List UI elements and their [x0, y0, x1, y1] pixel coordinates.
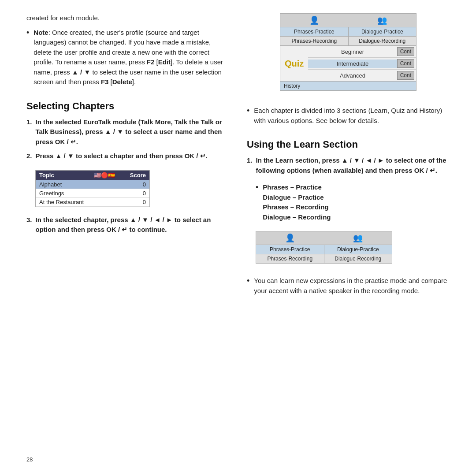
row-topic: At the Restaurant	[36, 198, 91, 206]
learn-options-bullet: • Phrases – Practice Dialogue – Practice…	[256, 182, 450, 222]
phrases-widget: 👤 👥 Phrases-Practice Dialogue-Practice P…	[256, 231, 392, 264]
right-column: 👤 👥 Phrases-Practice Dialogue-Practice P…	[247, 13, 450, 463]
dialogue-recording-label: Dialogue – Recording	[263, 213, 331, 221]
table-row: Alphabet 0	[36, 180, 149, 189]
advanced-row: Advanced Cont	[308, 70, 416, 81]
row-score: 0	[119, 180, 150, 189]
phrases-practice-label: Phrases – Practice	[263, 183, 321, 191]
learn-step-1-item: 1. In the Learn section, press ▲ / ▼ / ◄…	[247, 156, 450, 175]
phrases-recording-label: Phrases – Recording	[263, 203, 328, 211]
note-text: Note: Once created, the user's profile (…	[33, 28, 229, 87]
step-1-number: 1.	[26, 117, 32, 147]
step-1-item: 1. In the selected EuroTalk module (Talk…	[26, 117, 229, 147]
beginner-row: Beginner Cont	[308, 46, 416, 58]
phrases-practice-tab[interactable]: Phrases-Practice	[280, 27, 349, 36]
col-topic: Topic	[36, 171, 91, 180]
step-3-number: 3.	[26, 215, 32, 235]
row-flag	[91, 189, 119, 197]
phrases-tab-recording[interactable]: Phrases-Recording	[256, 254, 324, 263]
table-row: At the Restaurant 0	[36, 198, 149, 207]
chapter-sections-text: Each chapter is divided into 3 sections …	[254, 106, 450, 126]
bullet-dot-1: •	[247, 106, 249, 126]
quiz-body: Quiz Beginner Cont Intermediate Cont	[280, 46, 416, 81]
intro-text: created for each module.	[26, 13, 229, 23]
chapter-sections-bullet: • Each chapter is divided into 3 section…	[247, 106, 450, 126]
phrases-tab-dialogue[interactable]: Dialogue-Practice	[324, 245, 392, 254]
using-learn-heading: Using the Learn Section	[247, 139, 450, 150]
single-user-icon: 👤	[309, 15, 319, 25]
learn-section-list: 1. In the Learn section, press ▲ / ▼ / ◄…	[247, 156, 450, 180]
table-header: Topic 🇺🇸🔴🇪🇸 Score	[36, 171, 149, 180]
selecting-chapters-heading: Selecting Chapters	[26, 100, 229, 112]
intermediate-label: Intermediate	[308, 60, 397, 68]
col-score: Score	[119, 171, 150, 180]
row-flag	[91, 180, 119, 189]
intermediate-row: Intermediate Cont	[308, 58, 416, 70]
quiz-widget: 👤 👥 Phrases-Practice Dialogue-Practice P…	[280, 13, 416, 91]
bullet-dot-2: •	[256, 182, 258, 222]
note-bullet: • Note: Once created, the user's profile…	[26, 28, 229, 87]
row-topic: Greetings	[36, 189, 91, 197]
selecting-chapters-list: 1. In the selected EuroTalk module (Talk…	[26, 117, 229, 166]
step-3-item: 3. In the selected chapter, press ▲ / ▼ …	[26, 215, 229, 235]
dialogue-practice-tab[interactable]: Dialogue-Practice	[349, 27, 416, 36]
page-number: 28	[26, 452, 229, 463]
phrases-single-user-icon: 👤	[285, 233, 295, 243]
advanced-cont-button[interactable]: Cont	[397, 71, 414, 80]
quiz-tab-row-2: Phrases-Recording Dialogue-Recording	[280, 37, 416, 46]
dialogue-recording-tab[interactable]: Dialogue-Recording	[349, 37, 416, 45]
phrases-tab-dialogue-rec[interactable]: Dialogue-Recording	[324, 254, 392, 263]
learn-step-1-number: 1.	[247, 156, 253, 175]
phrases-tab-row-2: Phrases-Recording Dialogue-Recording	[256, 254, 392, 263]
phrases-tab-row-1: Phrases-Practice Dialogue-Practice	[256, 245, 392, 254]
dialogue-practice-label: Dialogue – Practice	[263, 193, 324, 201]
advanced-label: Advanced	[308, 72, 397, 79]
beginner-label: Beginner	[308, 48, 397, 55]
row-score: 0	[119, 189, 150, 197]
multi-user-icon: 👥	[377, 15, 387, 25]
phrases-recording-tab[interactable]: Phrases-Recording	[280, 37, 349, 45]
phrases-top-bar: 👤 👥	[256, 231, 392, 245]
step-2-item: 2. Press ▲ / ▼ to select a chapter and t…	[26, 151, 229, 161]
col-flag: 🇺🇸🔴🇪🇸	[91, 171, 119, 180]
step-1-text: In the selected EuroTalk module (Talk Mo…	[36, 117, 229, 147]
row-score: 0	[119, 198, 150, 206]
learn-expressions-bullet: • You can learn new expressions in the p…	[247, 276, 450, 296]
chapter-table: Topic 🇺🇸🔴🇪🇸 Score Alphabet 0 Greetings 0	[35, 170, 150, 207]
phrases-widget-container: 👤 👥 Phrases-Practice Dialogue-Practice P…	[256, 231, 450, 270]
quiz-levels: Beginner Cont Intermediate Cont Advanced…	[308, 46, 416, 81]
page: created for each module. • Note: Once cr…	[0, 0, 476, 476]
step-2-text: Press ▲ / ▼ to select a chapter and then…	[36, 151, 208, 161]
quiz-tab-row-1: Phrases-Practice Dialogue-Practice	[280, 27, 416, 37]
phrases-multi-user-icon: 👥	[353, 233, 363, 243]
left-column: created for each module. • Note: Once cr…	[26, 13, 229, 463]
bullet-dot: •	[26, 28, 29, 87]
beginner-cont-button[interactable]: Cont	[397, 47, 414, 56]
table-row: Greetings 0	[36, 189, 149, 198]
quiz-label: Quiz	[280, 46, 308, 81]
selecting-chapters-list-2: 3. In the selected chapter, press ▲ / ▼ …	[26, 215, 229, 239]
history-bar[interactable]: History	[280, 81, 416, 90]
flag-icons: 🇺🇸🔴🇪🇸	[94, 172, 115, 178]
row-flag	[91, 198, 119, 206]
learn-options-text: Phrases – Practice Dialogue – Practice P…	[263, 182, 331, 222]
learn-expressions-text: You can learn new expressions in the pra…	[254, 276, 450, 296]
quiz-top-bar: 👤 👥	[280, 14, 416, 27]
quiz-widget-container: 👤 👥 Phrases-Practice Dialogue-Practice P…	[247, 13, 450, 99]
intermediate-cont-button[interactable]: Cont	[397, 59, 414, 68]
phrases-tab-practice[interactable]: Phrases-Practice	[256, 245, 324, 254]
step-2-number: 2.	[26, 151, 32, 161]
step-3-text: In the selected chapter, press ▲ / ▼ / ◄…	[36, 215, 229, 235]
bullet-dot-3: •	[247, 276, 249, 296]
row-topic: Alphabet	[36, 180, 91, 189]
learn-step-1-text: In the Learn section, press ▲ / ▼ / ◄ / …	[256, 156, 450, 175]
